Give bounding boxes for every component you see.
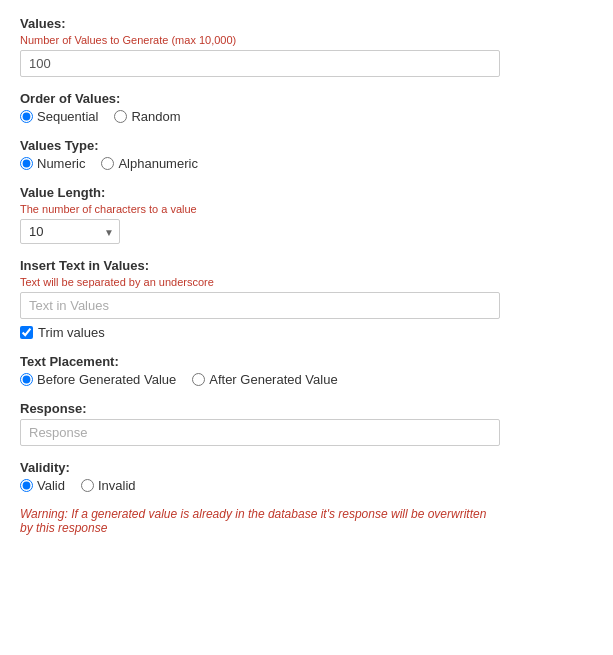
values-sub-label: Number of Values to Generate (max 10,000… [20, 34, 593, 46]
placement-before-label[interactable]: Before Generated Value [20, 372, 176, 387]
order-sequential-text: Sequential [37, 109, 98, 124]
trim-row: Trim values [20, 325, 593, 340]
length-section: Value Length: The number of characters t… [20, 185, 593, 244]
order-radio-group: Sequential Random [20, 109, 593, 124]
order-section: Order of Values: Sequential Random [20, 91, 593, 124]
validity-invalid-text: Invalid [98, 478, 136, 493]
validity-invalid-radio[interactable] [81, 479, 94, 492]
insert-text-hint: Text will be separated by an underscore [20, 276, 593, 288]
placement-radio-group: Before Generated Value After Generated V… [20, 372, 593, 387]
validity-section: Validity: Valid Invalid [20, 460, 593, 493]
length-hint: The number of characters to a value [20, 203, 593, 215]
placement-after-text: After Generated Value [209, 372, 337, 387]
validity-label: Validity: [20, 460, 593, 475]
validity-radio-group: Valid Invalid [20, 478, 593, 493]
order-random-text: Random [131, 109, 180, 124]
order-sequential-label[interactable]: Sequential [20, 109, 98, 124]
type-alphanumeric-radio[interactable] [101, 157, 114, 170]
values-type-section: Values Type: Numeric Alphanumeric [20, 138, 593, 171]
placement-before-text: Before Generated Value [37, 372, 176, 387]
trim-label[interactable]: Trim values [38, 325, 105, 340]
values-type-label: Values Type: [20, 138, 593, 153]
type-numeric-radio[interactable] [20, 157, 33, 170]
values-input[interactable] [20, 50, 500, 77]
order-random-radio[interactable] [114, 110, 127, 123]
placement-label: Text Placement: [20, 354, 593, 369]
type-alphanumeric-text: Alphanumeric [118, 156, 198, 171]
insert-text-section: Insert Text in Values: Text will be sepa… [20, 258, 593, 340]
type-radio-group: Numeric Alphanumeric [20, 156, 593, 171]
response-label: Response: [20, 401, 593, 416]
validity-invalid-label[interactable]: Invalid [81, 478, 136, 493]
order-random-label[interactable]: Random [114, 109, 180, 124]
validity-valid-text: Valid [37, 478, 65, 493]
insert-text-label: Insert Text in Values: [20, 258, 593, 273]
response-section: Response: [20, 401, 593, 446]
type-alphanumeric-label[interactable]: Alphanumeric [101, 156, 198, 171]
insert-text-input[interactable] [20, 292, 500, 319]
validity-valid-radio[interactable] [20, 479, 33, 492]
order-sequential-radio[interactable] [20, 110, 33, 123]
type-numeric-text: Numeric [37, 156, 85, 171]
warning-section: Warning: If a generated value is already… [20, 507, 593, 535]
order-label: Order of Values: [20, 91, 593, 106]
type-numeric-label[interactable]: Numeric [20, 156, 85, 171]
length-select[interactable]: 1 2 3 4 5 6 7 8 9 10 11 12 15 20 [20, 219, 120, 244]
placement-section: Text Placement: Before Generated Value A… [20, 354, 593, 387]
trim-checkbox[interactable] [20, 326, 33, 339]
length-select-wrapper: 1 2 3 4 5 6 7 8 9 10 11 12 15 20 ▼ [20, 219, 120, 244]
response-input[interactable] [20, 419, 500, 446]
placement-after-label[interactable]: After Generated Value [192, 372, 337, 387]
warning-text: Warning: If a generated value is already… [20, 507, 500, 535]
validity-valid-label[interactable]: Valid [20, 478, 65, 493]
length-label: Value Length: [20, 185, 593, 200]
placement-after-radio[interactable] [192, 373, 205, 386]
placement-before-radio[interactable] [20, 373, 33, 386]
values-section: Values: Number of Values to Generate (ma… [20, 16, 593, 77]
values-label: Values: [20, 16, 593, 31]
